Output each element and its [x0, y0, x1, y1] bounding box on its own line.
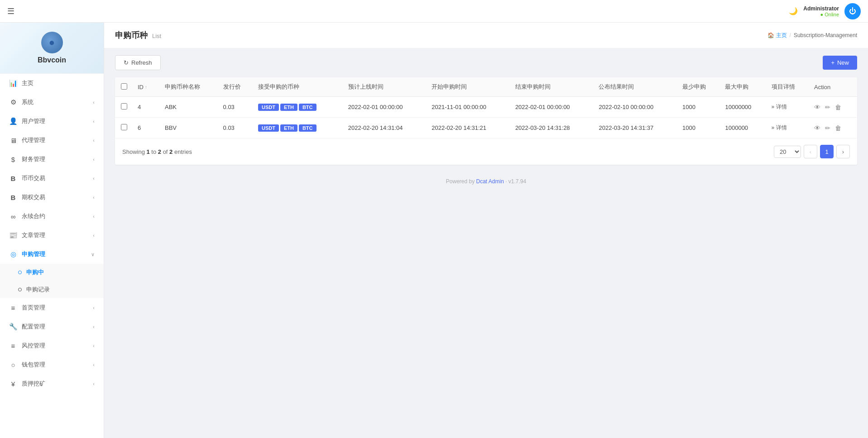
- nav-item-left: ◎ 申购管理: [9, 250, 45, 258]
- sidebar-item-subscription-records[interactable]: 申购记录: [0, 281, 104, 298]
- chevron-icon: ‹: [93, 362, 95, 367]
- toolbar: ↻ Refresh + New: [115, 55, 857, 70]
- row-result-time: 2022-03-20 14:31:37: [594, 118, 678, 138]
- sidebar-item-label: 风控管理: [22, 342, 45, 350]
- sidebar-item-label: 永续合约: [22, 212, 45, 220]
- th-detail: 项目详情: [767, 77, 810, 97]
- sidebar-item-finance[interactable]: $ 财务管理 ‹: [0, 150, 104, 169]
- th-listing-time: 预计上线时间: [344, 77, 427, 97]
- sidebar-item-system[interactable]: ⚙ 系统 ‹: [0, 93, 104, 112]
- sidebar-item-label: 系统: [22, 98, 34, 106]
- nav-item-left: 👤 用户管理: [9, 117, 45, 125]
- prev-page-button[interactable]: ‹: [804, 145, 817, 158]
- sidebar-item-user-mgmt[interactable]: 👤 用户管理 ‹: [0, 112, 104, 131]
- logo-text: Bbvcoin: [9, 56, 95, 64]
- sidebar-item-risk[interactable]: ≡ 风控管理 ‹: [0, 336, 104, 355]
- infinity-icon: ∞: [9, 213, 17, 220]
- monitor-icon: 🖥: [9, 137, 17, 144]
- mining-icon: ¥: [9, 380, 17, 388]
- sort-icon[interactable]: ↑: [145, 85, 147, 90]
- row-action: 👁 ✏ 🗑: [810, 118, 857, 138]
- subscription-icon: ◎: [9, 250, 17, 258]
- sidebar: Bbvcoin 📊 主页 ⚙ 系统 ‹ 👤 用户管理 ‹ 🖥: [0, 23, 104, 438]
- sidebar-item-agent-mgmt[interactable]: 🖥 代理管理 ‹: [0, 131, 104, 150]
- config-icon: 🔧: [9, 323, 17, 331]
- avatar-button[interactable]: ⏻: [844, 3, 861, 19]
- view-icon[interactable]: 👁: [814, 124, 820, 132]
- footer-link[interactable]: Dcat Admin: [476, 178, 504, 185]
- sidebar-item-coin-trade[interactable]: B 币币交易 ‹: [0, 169, 104, 188]
- breadcrumb-home-link[interactable]: 🏠 主页: [767, 32, 787, 39]
- nav-item-left: B 期权交易: [9, 193, 45, 201]
- dashboard-icon: 📊: [9, 79, 17, 87]
- currency-tag: ETH: [280, 104, 297, 111]
- moon-icon[interactable]: 🌙: [789, 7, 798, 15]
- row-detail: » 详情: [767, 97, 810, 118]
- sidebar-item-label: 期权交易: [22, 193, 45, 201]
- nav-item-left: $ 财务管理: [9, 155, 45, 163]
- refresh-button[interactable]: ↻ Refresh: [115, 55, 161, 70]
- hamburger-icon[interactable]: ☰: [7, 6, 14, 16]
- row-name: BBV: [160, 118, 219, 138]
- row-currencies: USDTETHBTC: [254, 97, 344, 118]
- user-status: Online: [820, 12, 839, 17]
- nav-item-left: 🔧 配置管理: [9, 323, 45, 331]
- th-name: 申购币种名称: [160, 77, 219, 97]
- footer-powered-by: Powered by: [446, 178, 476, 185]
- chevron-icon: ‹: [93, 176, 95, 181]
- currency-tag: ETH: [280, 124, 297, 132]
- sub-dot-icon: [18, 271, 22, 274]
- sidebar-item-article[interactable]: 📰 文章管理 ‹: [0, 226, 104, 245]
- next-page-button[interactable]: ›: [836, 145, 850, 158]
- action-cell: 👁 ✏ 🗑: [814, 104, 853, 111]
- row-max-sub: 10000000: [720, 97, 767, 118]
- user-icon: 👤: [9, 117, 17, 125]
- page-1-button[interactable]: 1: [820, 145, 834, 158]
- new-label: New: [837, 59, 849, 66]
- new-button[interactable]: + New: [823, 56, 857, 70]
- sidebar-item-label: 质押挖矿: [22, 380, 45, 388]
- edit-icon[interactable]: ✏: [825, 104, 830, 111]
- currency-tag: BTC: [299, 124, 317, 132]
- detail-link[interactable]: » 详情: [772, 103, 805, 111]
- currency-tag: USDT: [258, 104, 279, 111]
- edit-icon[interactable]: ✏: [825, 124, 830, 132]
- sidebar-item-home[interactable]: 📊 主页: [0, 74, 104, 93]
- sidebar-item-subscription[interactable]: ◎ 申购管理 ∨: [0, 245, 104, 264]
- select-all-checkbox[interactable]: [121, 83, 127, 90]
- page-size-select[interactable]: 20 50 100: [774, 146, 801, 158]
- nav-item-left: 🖥 代理管理: [9, 136, 45, 144]
- pagination: 20 50 100 ‹ 1 ›: [774, 145, 850, 158]
- delete-icon[interactable]: 🗑: [835, 104, 841, 111]
- delete-icon[interactable]: 🗑: [835, 124, 841, 132]
- showing-to: 2: [158, 148, 161, 155]
- row-checkbox[interactable]: [121, 103, 127, 110]
- sidebar-item-subscription-active[interactable]: 申购中: [0, 264, 104, 281]
- th-result-time: 公布结果时间: [594, 77, 678, 97]
- main-content: 申购币种 List 🏠 主页 / Subscription-Management…: [104, 23, 868, 438]
- sidebar-item-wallet[interactable]: ○ 钱包管理 ‹: [0, 355, 104, 374]
- sidebar-item-config[interactable]: 🔧 配置管理 ‹: [0, 317, 104, 336]
- sidebar-item-options-trade[interactable]: B 期权交易 ‹: [0, 188, 104, 207]
- detail-link[interactable]: » 详情: [772, 124, 805, 132]
- home-mgmt-icon: ≡: [9, 304, 17, 312]
- row-max-sub: 1000000: [720, 118, 767, 138]
- sidebar-item-perpetual[interactable]: ∞ 永续合约 ‹: [0, 207, 104, 226]
- nav-item-left: ≡ 风控管理: [9, 342, 45, 350]
- row-checkbox[interactable]: [121, 124, 127, 130]
- chevron-icon: ‹: [93, 119, 95, 124]
- view-icon[interactable]: 👁: [814, 104, 820, 111]
- sidebar-item-homepage[interactable]: ≡ 首页管理 ‹: [0, 298, 104, 317]
- chevron-icon: ‹: [93, 343, 95, 348]
- user-name: Administrator: [803, 5, 839, 12]
- nav-item-left: 📊 主页: [9, 79, 34, 87]
- chevron-icon: ‹: [93, 195, 95, 200]
- row-min-sub: 1000: [678, 118, 720, 138]
- nav-item-left: 📰 文章管理: [9, 231, 45, 239]
- page-header: 申购币种 List 🏠 主页 / Subscription-Management: [104, 23, 868, 48]
- topbar: ☰ 🌙 Administrator Online ⏻: [0, 0, 868, 23]
- breadcrumb-separator: /: [790, 32, 791, 38]
- plus-icon: +: [831, 59, 834, 66]
- row-price: 0.03: [219, 118, 254, 138]
- sidebar-item-mining[interactable]: ¥ 质押挖矿 ‹: [0, 374, 104, 393]
